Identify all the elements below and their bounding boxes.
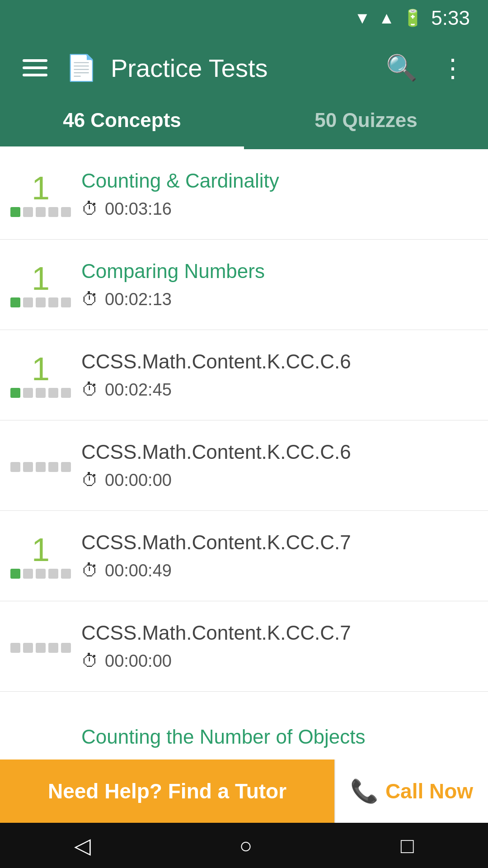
empty-dot xyxy=(48,388,58,398)
time-value-3: 00:02:45 xyxy=(105,380,172,400)
empty-dot xyxy=(61,388,71,398)
empty-dot xyxy=(48,643,58,653)
item-right-7: Counting the Number of Objects xyxy=(81,726,470,748)
status-time: 5:33 xyxy=(431,7,470,29)
time-value-1: 00:03:16 xyxy=(105,199,172,219)
nav-back-button[interactable]: ◁ xyxy=(56,828,109,863)
progress-dots-5 xyxy=(10,569,71,579)
bottom-bar: Need Help? Find a Tutor 📞 Call Now xyxy=(0,760,488,823)
tab-quizzes[interactable]: 50 Quizzes xyxy=(244,99,488,149)
list-item[interactable]: CCSS.Math.Content.K.CC.C.7 ⏱ 00:00:00 xyxy=(0,601,488,692)
progress-dots-2 xyxy=(10,297,71,307)
clock-icon: ⏱ xyxy=(81,651,99,671)
hamburger-line-3 xyxy=(23,74,47,76)
empty-dot xyxy=(61,462,71,472)
clock-icon: ⏱ xyxy=(81,199,99,219)
menu-button[interactable] xyxy=(18,55,52,81)
empty-dot xyxy=(36,643,46,653)
empty-dot xyxy=(36,569,46,579)
empty-dot xyxy=(10,462,20,472)
empty-dot xyxy=(48,297,58,307)
wifi-icon: ▼ xyxy=(354,9,371,28)
clock-icon: ⏱ xyxy=(81,380,99,400)
item-number-2: 1 xyxy=(32,262,50,295)
item-left-4 xyxy=(9,459,72,472)
nav-bar: ◁ ○ □ xyxy=(0,823,488,868)
empty-dot xyxy=(48,569,58,579)
call-now-label: Call Now xyxy=(385,779,473,803)
progress-dots-6 xyxy=(10,643,71,653)
item-title-2: Comparing Numbers xyxy=(81,260,470,283)
status-icons: ▼ ▲ 🔋 5:33 xyxy=(354,7,470,29)
filled-dot xyxy=(10,569,20,579)
item-number-3: 1 xyxy=(32,353,50,385)
item-title-5: CCSS.Math.Content.K.CC.C.7 xyxy=(81,531,470,554)
item-title-6: CCSS.Math.Content.K.CC.C.7 xyxy=(81,622,470,644)
nav-home-button[interactable]: ○ xyxy=(221,829,270,863)
find-tutor-label: Need Help? Find a Tutor xyxy=(48,779,286,803)
call-now-button[interactable]: 📞 Call Now xyxy=(334,760,488,823)
list-item[interactable]: 1 CCSS.Math.Content.K.CC.C.6 ⏱ 00:02:45 xyxy=(0,330,488,420)
list-item[interactable]: 1 Counting & Cardinality ⏱ 00:03:16 xyxy=(0,149,488,240)
item-time-2: ⏱ 00:02:13 xyxy=(81,290,470,309)
item-time-6: ⏱ 00:00:00 xyxy=(81,651,470,671)
status-bar: ▼ ▲ 🔋 5:33 xyxy=(0,0,488,36)
time-value-5: 00:00:49 xyxy=(105,561,172,580)
item-left-5: 1 xyxy=(9,533,72,579)
item-right-5: CCSS.Math.Content.K.CC.C.7 ⏱ 00:00:49 xyxy=(81,531,470,580)
item-title-7: Counting the Number of Objects xyxy=(81,726,470,748)
list-item[interactable]: 1 Comparing Numbers ⏱ 00:02:13 xyxy=(0,240,488,330)
clock-icon: ⏱ xyxy=(81,561,99,580)
empty-dot xyxy=(48,462,58,472)
hamburger-line-2 xyxy=(23,66,47,69)
tab-concepts[interactable]: 46 Concepts xyxy=(0,99,244,149)
more-options-button[interactable]: ⋮ xyxy=(436,49,470,87)
clock-icon: ⏱ xyxy=(81,290,99,309)
empty-dot xyxy=(61,297,71,307)
item-right-1: Counting & Cardinality ⏱ 00:03:16 xyxy=(81,170,470,219)
hamburger-line-1 xyxy=(23,59,47,62)
search-button[interactable]: 🔍 xyxy=(381,48,422,87)
nav-recent-button[interactable]: □ xyxy=(383,829,432,863)
empty-dot xyxy=(23,462,33,472)
empty-dot xyxy=(23,207,33,217)
list-item[interactable]: 1 CCSS.Math.Content.K.CC.C.7 ⏱ 00:00:49 xyxy=(0,511,488,601)
content-list: 1 Counting & Cardinality ⏱ 00:03:16 1 Co… xyxy=(0,149,488,760)
progress-dots-4 xyxy=(10,462,71,472)
item-time-3: ⏱ 00:02:45 xyxy=(81,380,470,400)
empty-dot xyxy=(48,207,58,217)
time-value-2: 00:02:13 xyxy=(105,290,172,309)
tab-concepts-label: 46 Concepts xyxy=(63,109,181,140)
item-right-4: CCSS.Math.Content.K.CC.C.6 ⏱ 00:00:00 xyxy=(81,441,470,490)
app-bar-actions: 🔍 ⋮ xyxy=(381,48,470,87)
item-title-3: CCSS.Math.Content.K.CC.C.6 xyxy=(81,350,470,373)
filled-dot xyxy=(10,388,20,398)
phone-icon: 📞 xyxy=(350,778,378,804)
empty-dot xyxy=(36,462,46,472)
list-item[interactable]: CCSS.Math.Content.K.CC.C.6 ⏱ 00:00:00 xyxy=(0,420,488,511)
empty-dot xyxy=(36,388,46,398)
item-right-6: CCSS.Math.Content.K.CC.C.7 ⏱ 00:00:00 xyxy=(81,622,470,671)
progress-dots-1 xyxy=(10,207,71,217)
item-time-1: ⏱ 00:03:16 xyxy=(81,199,470,219)
item-time-5: ⏱ 00:00:49 xyxy=(81,561,470,580)
empty-dot xyxy=(23,388,33,398)
page-title: Practice Tests xyxy=(111,53,368,83)
item-left-6 xyxy=(9,640,72,653)
empty-dot xyxy=(23,643,33,653)
item-left-2: 1 xyxy=(9,262,72,307)
tab-bar: 46 Concepts 50 Quizzes xyxy=(0,99,488,149)
tab-quizzes-label: 50 Quizzes xyxy=(314,109,417,140)
empty-dot xyxy=(61,207,71,217)
item-left-3: 1 xyxy=(9,353,72,398)
list-item[interactable]: Counting the Number of Objects xyxy=(0,692,488,760)
item-number-1: 1 xyxy=(32,172,50,204)
item-right-3: CCSS.Math.Content.K.CC.C.6 ⏱ 00:02:45 xyxy=(81,350,470,400)
clock-icon: ⏱ xyxy=(81,471,99,490)
item-number-5: 1 xyxy=(32,533,50,566)
signal-icon: ▲ xyxy=(379,9,395,28)
find-tutor-button[interactable]: Need Help? Find a Tutor xyxy=(0,760,334,823)
empty-dot xyxy=(23,569,33,579)
document-icon: 📄 xyxy=(66,53,97,83)
time-value-4: 00:00:00 xyxy=(105,471,172,490)
